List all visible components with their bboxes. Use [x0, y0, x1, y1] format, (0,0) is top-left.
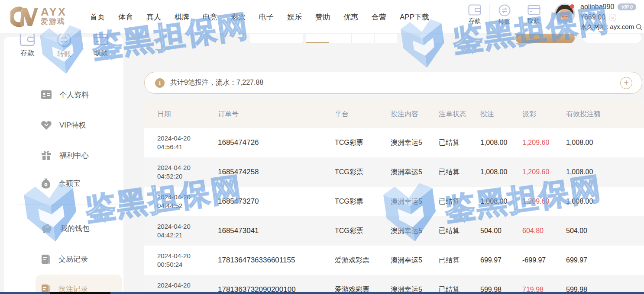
cell-order: 1685474258	[218, 168, 335, 176]
cell-order: 1781364736336601155	[218, 256, 335, 265]
cell-date: 2024-04-2004:44:52	[157, 193, 218, 211]
wallet-icon	[468, 4, 481, 16]
filter-select-cutoff[interactable]	[583, 33, 642, 43]
cell-date: 2024-04-2000:50:24	[157, 252, 218, 269]
cell-content: 澳洲幸运5	[391, 168, 439, 177]
nav-item-home[interactable]: 首页	[90, 12, 105, 22]
bank-card-icon	[93, 32, 109, 46]
vip-heart-icon	[41, 121, 52, 130]
cell-status: 已结算	[439, 168, 480, 177]
cell-payout: 1,209.60	[522, 168, 566, 176]
user-info: aolinba990 VIP 0 ¥669.00 永久网址: ayx.com	[580, 3, 644, 31]
sidebar-item-vip[interactable]: VIP特权	[41, 116, 123, 134]
filter-box-cutoff[interactable]	[420, 34, 442, 43]
id-card-icon	[41, 90, 52, 99]
table-row[interactable]: 2024-04-2000:50:24 1781364736336601155 爱…	[144, 246, 644, 275]
date-tab-4[interactable]	[375, 34, 397, 43]
scrollbar-thumb[interactable]	[50, 292, 110, 294]
col-header-platform: 平台	[335, 110, 391, 119]
query-button-cutoff[interactable]	[515, 33, 575, 43]
money-bag-icon	[41, 179, 51, 189]
cell-payout: 1,209.60	[522, 139, 566, 147]
header-transfer-button[interactable]: 转账	[489, 3, 519, 26]
cell-order: 1685474726	[218, 138, 335, 147]
cell-platform: TCG彩票	[335, 168, 391, 177]
vip-badge: VIP 0	[618, 3, 636, 10]
nav-item-partner[interactable]: 合营	[372, 12, 386, 22]
date-tab-3[interactable]	[352, 34, 375, 43]
date-picker-cutoff[interactable]	[249, 34, 303, 43]
nav-item-esports[interactable]: 电竞	[203, 12, 217, 22]
col-header-payout: 派彩	[522, 110, 566, 119]
nav-item-chess[interactable]: 棋牌	[175, 12, 189, 22]
permanent-url: 永久网址: ayx.com	[580, 23, 634, 31]
cell-bet: 504.00	[480, 227, 522, 235]
balance-dropdown-icon[interactable]	[609, 14, 616, 21]
sidebar-quick-actions: 存款 转账 取款	[12, 32, 116, 59]
cell-status: 已结算	[439, 256, 480, 265]
cell-content: 澳洲幸运5	[391, 138, 439, 147]
brand-logo[interactable]: AYX 爱游戏	[10, 4, 67, 29]
nav-item-promo[interactable]: 优惠	[343, 12, 358, 22]
nav-item-slots[interactable]: 电子	[259, 12, 274, 22]
sidebar-deposit-button[interactable]: 存款	[12, 32, 42, 59]
horizontal-scrollbar[interactable]	[0, 292, 644, 294]
piggy-bank-icon	[41, 224, 52, 233]
date-range-tabs-cutoff	[306, 34, 397, 43]
table-row[interactable]: 2024-04-2004:44:52 1685473270 TCG彩票 澳洲幸运…	[144, 187, 644, 216]
col-header-date: 日期	[157, 110, 218, 119]
summary-text: 共计9笔投注，流水：7,227.88	[170, 78, 263, 87]
nav-item-entertainment[interactable]: 娱乐	[287, 12, 302, 22]
sidebar: 存款 转账 取款 个人资料	[4, 37, 123, 294]
sidebar-item-wallet[interactable]: 我的钱包	[41, 220, 123, 237]
sidebar-item-profile[interactable]: 个人资料	[41, 86, 123, 103]
search-icon[interactable]	[636, 24, 643, 31]
sidebar-item-welfare[interactable]: 福利中心	[41, 147, 123, 164]
col-header-content: 投注内容	[391, 110, 439, 119]
sidebar-item-transactions[interactable]: 交易记录	[41, 250, 123, 268]
date-tab-2[interactable]	[329, 34, 352, 43]
sidebar-withdraw-button[interactable]: 取款	[86, 32, 116, 59]
cell-content: 澳洲幸运5	[391, 227, 439, 236]
cell-bet: 1,008.00	[480, 198, 522, 205]
sidebar-item-yuebao[interactable]: 余额宝	[41, 175, 123, 192]
cell-payout: 604.80	[522, 227, 566, 235]
col-header-order: 订单号	[218, 110, 335, 119]
sidebar-divider	[17, 204, 118, 205]
bank-card-icon	[527, 4, 540, 16]
cell-date: 2024-04-2004:42:21	[157, 222, 218, 240]
cell-platform: TCG彩票	[335, 227, 391, 236]
nav-item-app-download[interactable]: APP下载	[400, 12, 429, 22]
cell-order: 1685473041	[218, 227, 335, 235]
cell-valid: 1,008.00	[566, 198, 644, 205]
username: aolinba990	[580, 3, 614, 11]
cell-valid: 699.97	[566, 256, 644, 264]
cell-date: 2024-04-2004:52:20	[157, 163, 218, 181]
summary-bar: i 共计9笔投注，流水：7,227.88 +	[144, 72, 642, 94]
nav-item-live[interactable]: 真人	[146, 12, 161, 22]
header-deposit-button[interactable]: 存款	[460, 3, 489, 25]
table-row[interactable]: 2024-04-2004:56:41 1685474726 TCG彩票 澳洲幸运…	[144, 128, 644, 157]
expand-plus-button[interactable]: +	[620, 77, 632, 89]
cell-bet: 699.97	[480, 256, 522, 264]
brand-logo-icon	[10, 4, 38, 29]
table-row[interactable]: 2024-04-2004:42:21 1685473041 TCG彩票 澳洲幸运…	[144, 216, 644, 246]
wallet-icon	[19, 32, 35, 46]
bet-records-table: 日期 订单号 平台 投注内容 注单状态 投注 派彩 有效投注额 2024-04-…	[144, 100, 644, 294]
cell-platform: TCG彩票	[335, 197, 391, 206]
col-header-bet: 投注	[480, 110, 522, 119]
nav-item-lottery[interactable]: 彩票	[231, 12, 246, 22]
table-row[interactable]: 2024-04-2004:52:20 1685474258 TCG彩票 澳洲幸运…	[144, 157, 644, 187]
col-header-valid: 有效投注额	[566, 110, 644, 119]
top-header: AYX 爱游戏 首页 体育 真人 棋牌 电竞 彩票 电子 娱乐 赞助 优惠 合营…	[0, 0, 644, 34]
date-tab-active[interactable]	[306, 34, 329, 43]
table-row[interactable]: 2024-04-2000:44:05 1781363732090200100 爱…	[144, 275, 644, 294]
cell-valid: 504.00	[566, 227, 644, 235]
nav-item-sponsor[interactable]: 赞助	[315, 12, 330, 22]
nav-item-sports[interactable]: 体育	[118, 12, 133, 22]
sidebar-transfer-button[interactable]: 转账	[49, 32, 79, 59]
header-withdraw-button[interactable]: 取款	[519, 3, 548, 25]
cell-valid: 1,008.00	[566, 168, 644, 176]
cell-content: 澳洲幸运5	[391, 256, 439, 265]
main-nav: 首页 体育 真人 棋牌 电竞 彩票 电子 娱乐 赞助 优惠 合营 APP下载	[90, 0, 429, 34]
